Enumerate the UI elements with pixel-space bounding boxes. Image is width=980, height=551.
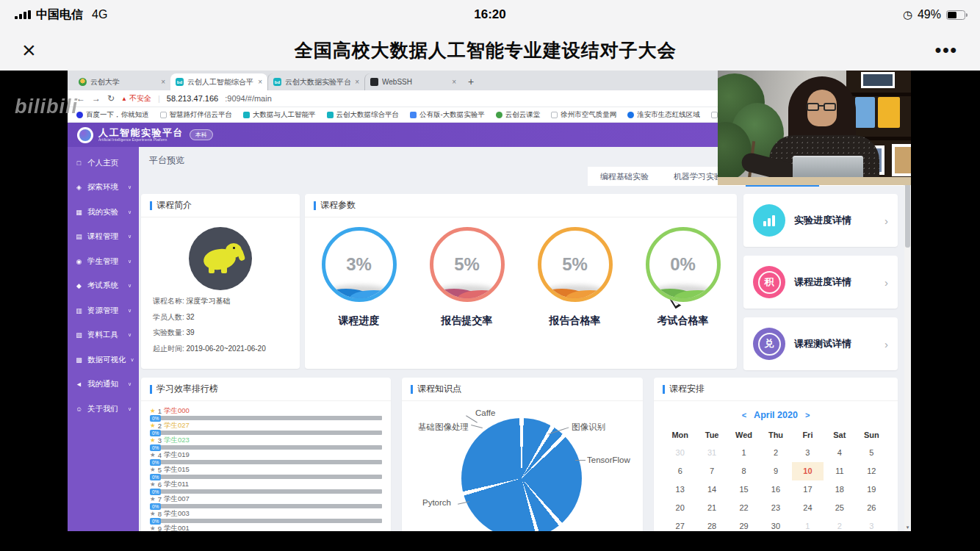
sidebar-item-资料工具[interactable]: ▧资料工具∨: [68, 323, 139, 348]
calendar-day[interactable]: 13: [664, 480, 696, 499]
sidebar-item-个人主页[interactable]: □个人主页: [68, 151, 139, 176]
reload-icon[interactable]: ↻: [107, 93, 115, 104]
calendar-day[interactable]: 3: [792, 444, 824, 462]
gauge-考试合格率: 0%考试合格率: [635, 227, 732, 328]
tab-close-icon[interactable]: ×: [355, 78, 359, 86]
calendar-day[interactable]: 17: [792, 480, 824, 499]
calendar-day[interactable]: 16: [760, 480, 791, 499]
url-path[interactable]: :9094/#/main: [225, 94, 272, 103]
sidebar-item-关于我们[interactable]: ☺关于我们∨: [68, 397, 139, 422]
tab-programming-basics[interactable]: 编程基础实验: [588, 167, 661, 186]
sidebar-item-数据可视化[interactable]: ▩数据可视化∨: [68, 347, 139, 372]
sidebar-item-课程管理[interactable]: ▤课程管理∨: [68, 225, 139, 250]
calendar-day[interactable]: 23: [760, 499, 791, 517]
progress-value-tag: 0%: [150, 415, 161, 422]
sidebar-item-资源管理[interactable]: ▥资源管理∨: [68, 298, 139, 323]
calendar-day[interactable]: 3: [856, 517, 887, 531]
calendar-day[interactable]: 30: [760, 517, 791, 531]
forward-icon[interactable]: →: [92, 93, 101, 104]
gauge-label: 报告合格率: [527, 314, 624, 328]
url-host[interactable]: 58.213.47.166: [167, 94, 218, 103]
calendar-day[interactable]: 14: [696, 480, 727, 499]
close-icon[interactable]: ×: [22, 38, 36, 62]
glasses: [807, 103, 819, 111]
calendar-day[interactable]: 30: [664, 444, 696, 462]
calendar-day[interactable]: 22: [728, 499, 760, 517]
scroll-down-icon[interactable]: ▾: [904, 525, 911, 530]
calendar-day[interactable]: 7: [696, 462, 727, 480]
browser-tab[interactable]: bd云创大数据实验平台×: [267, 73, 364, 90]
student-name: 学生003: [164, 509, 190, 519]
calendar-day[interactable]: 29: [728, 517, 760, 531]
sidebar-item-学生管理[interactable]: ◉学生管理∨: [68, 249, 139, 274]
calendar-day[interactable]: 25: [824, 499, 855, 517]
calendar-day[interactable]: 24: [792, 499, 824, 517]
leaderboard-entry: ★7学生007: [150, 495, 382, 503]
bookmark-item[interactable]: 淮安市生态红线区域: [627, 110, 700, 120]
course-name-field: 课程名称: 深度学习基础: [153, 296, 300, 306]
calendar-day[interactable]: 18: [824, 480, 855, 499]
browser-tab[interactable]: WebSSH×: [364, 73, 461, 90]
calendar-day[interactable]: 5: [856, 444, 887, 462]
calendar-day[interactable]: 1: [728, 444, 760, 462]
calendar-day[interactable]: 12: [856, 462, 887, 480]
calendar-day[interactable]: 8: [728, 462, 760, 480]
prev-month-icon[interactable]: <: [742, 411, 746, 419]
sidebar-item-我的通知[interactable]: ◄我的通知∨: [68, 372, 139, 397]
bookmark-label: 公有版-大数据实验平: [419, 110, 485, 120]
calendar-weekday: Sat: [824, 426, 855, 444]
detail-card-课程进度详情[interactable]: 积课程进度详情›: [743, 256, 898, 309]
sidebar-item-探索环境[interactable]: ◈探索环境∨: [68, 176, 139, 201]
video-player[interactable]: bilibili 云创大学×bd云创人工智能综合平台×bd云创大数据实验平台×W…: [0, 71, 980, 551]
star-icon: ★: [150, 466, 156, 473]
clock-label: 16:20: [0, 7, 980, 22]
new-tab-button[interactable]: +: [461, 76, 480, 87]
tab-close-icon[interactable]: ×: [452, 78, 456, 86]
tab-close-icon[interactable]: ×: [161, 78, 165, 86]
bookmark-item[interactable]: 云创云课堂: [496, 110, 541, 120]
calendar-day[interactable]: 27: [664, 517, 696, 531]
gauge-ring: 0%: [646, 227, 721, 302]
sidebar-item-考试系统[interactable]: ◆考试系统∨: [68, 274, 139, 299]
calendar-day[interactable]: 11: [824, 462, 855, 480]
calendar-day[interactable]: 6: [664, 462, 696, 480]
calendar-day[interactable]: 19: [856, 480, 887, 499]
calendar-day[interactable]: 9: [760, 462, 791, 480]
calendar-day[interactable]: 20: [664, 499, 696, 517]
gauge-value: 5%: [541, 254, 609, 275]
tab-close-icon[interactable]: ×: [258, 78, 262, 86]
detail-card-实验进度详情[interactable]: 实验进度详情›: [743, 194, 898, 247]
calendar-day[interactable]: 2: [760, 444, 791, 462]
pie-label-tensorflow: TensorFlow: [587, 455, 630, 464]
calendar-day[interactable]: 28: [696, 517, 727, 531]
calendar-day[interactable]: 4: [824, 444, 855, 462]
bookmark-item[interactable]: 云创大数据综合平台: [327, 110, 400, 120]
bookmark-label: 百度一下，你就知道: [86, 110, 149, 120]
browser-tab[interactable]: bd云创人工智能综合平台×: [170, 73, 267, 90]
chevron-right-icon: ›: [884, 338, 888, 350]
browser-tab[interactable]: 云创大学×: [73, 73, 170, 90]
breadcrumb: 平台预览: [149, 154, 184, 167]
calendar-day[interactable]: 21: [696, 499, 727, 517]
tab-favicon-icon: bd: [176, 78, 184, 86]
sidebar-item-我的实验[interactable]: ▦我的实验∨: [68, 200, 139, 225]
leaderboard-entry: ★4学生019: [150, 451, 382, 458]
security-warning[interactable]: ▲ 不安全: [121, 93, 151, 104]
calendar-day[interactable]: 26: [856, 499, 887, 517]
detail-card-课程测试详情[interactable]: 兑课程测试详情›: [743, 317, 898, 370]
knowledge-points-card: 课程知识点 Caffe 图像识别 TensorFlow 基础图像处理 Pytor…: [402, 378, 643, 531]
knowledge-pie-chart[interactable]: [461, 418, 582, 531]
calendar-day[interactable]: 1: [792, 517, 824, 531]
calendar-day[interactable]: 2: [824, 517, 855, 531]
bookmark-item[interactable]: 徐州市空气质量网: [551, 110, 616, 120]
card-title: 课程参数: [305, 194, 737, 217]
more-options-icon[interactable]: •••: [935, 40, 958, 60]
calendar-day[interactable]: 31: [696, 444, 727, 462]
next-month-icon[interactable]: >: [805, 411, 810, 419]
bookmark-item[interactable]: 百度一下，你就知道: [76, 110, 149, 120]
bookmark-item[interactable]: 公有版-大数据实验平: [410, 110, 485, 120]
calendar-day[interactable]: 10: [792, 462, 824, 480]
bookmark-item[interactable]: 智慧路灯伴侣云平台: [160, 110, 233, 120]
bookmark-item[interactable]: 大数据与人工智能平: [243, 110, 316, 120]
calendar-day[interactable]: 15: [728, 480, 760, 499]
